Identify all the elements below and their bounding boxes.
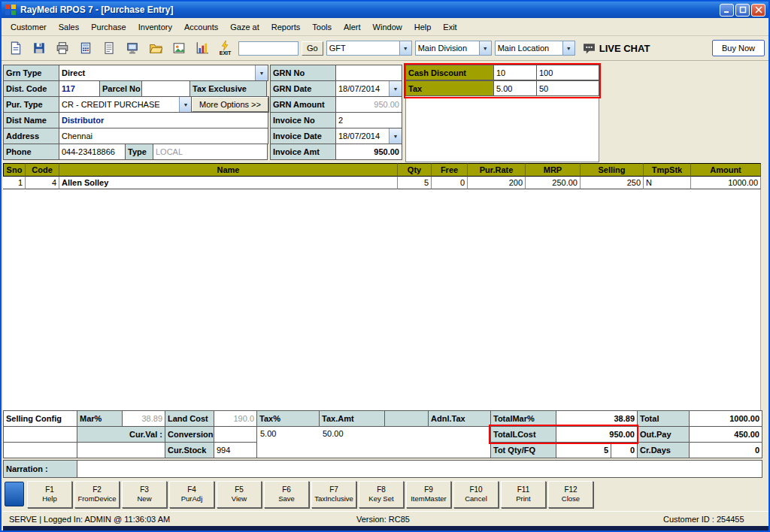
fn-view-button[interactable]: F5View [217,481,262,508]
chevron-down-icon[interactable]: ▼ [479,41,491,55]
chevron-down-icon[interactable]: ▼ [562,41,574,55]
cell-amount: 1000.00 [691,177,761,189]
cell-qty: 5 [398,177,432,189]
col-header-selling: Selling [581,163,644,177]
col-header-purrate: Pur.Rate [468,163,526,177]
division-select[interactable]: Main Division ▼ [415,41,492,56]
calculator-icon[interactable] [75,38,95,59]
col-header-code: Code [26,163,59,177]
chart-icon[interactable] [192,38,212,59]
parcel-no-field[interactable] [141,80,190,97]
menu-tools[interactable]: Tools [306,20,338,34]
conversion-field[interactable] [214,426,257,443]
menu-window[interactable]: Window [367,20,408,34]
fn-key: F9 [424,485,433,494]
device-icon[interactable] [122,38,142,59]
location-select[interactable]: Main Location ▼ [495,41,575,56]
buy-now-button[interactable]: Buy Now [712,40,765,56]
tax-amt-field[interactable]: 50 [536,80,599,96]
pur-type-select[interactable]: CR - CREDIT PURCHASE ▼ [59,96,192,113]
address-field[interactable]: Chennai [59,128,268,144]
grn-no-field[interactable] [335,65,402,81]
fn-label: Close [562,494,580,503]
fn-label: View [232,494,247,503]
discount-panel-body [405,97,599,162]
folder-icon[interactable] [145,38,165,59]
invoice-no-field[interactable]: 2 [335,112,402,128]
tax-pct-field[interactable]: 5.00 [493,80,537,96]
fn-print-button[interactable]: F11Print [501,481,546,508]
fn-cancel-button[interactable]: F10Cancel [453,481,499,508]
land-cost-value: 190.0 [214,410,257,427]
phone-field[interactable]: 044-23418866 [59,144,126,160]
maximize-button[interactable] [735,4,750,17]
menu-sales[interactable]: Sales [53,20,86,34]
cash-discount-amt-field[interactable]: 100 [536,65,599,80]
fn-itemmaster-button[interactable]: F9ItemMaster [406,481,451,508]
menu-gaze-at[interactable]: Gaze at [224,20,265,34]
fn-save-button[interactable]: F6Save [264,481,309,508]
col-header-tmpstk: TmpStk [644,163,691,177]
photo-icon[interactable] [168,38,189,59]
exit-icon[interactable]: EXIT [215,38,235,59]
fn-puradj-button[interactable]: F4PurAdj [169,481,214,508]
close-button[interactable] [751,4,765,17]
menu-reports[interactable]: Reports [265,20,307,34]
new-document-icon[interactable] [5,38,26,59]
invoice-date-select[interactable]: 18/07/2014 ▼ [335,128,402,144]
type-field[interactable]: LOCAL [153,144,268,160]
menu-inventory[interactable]: Inventory [132,20,178,34]
report-icon[interactable] [99,38,119,59]
fn-bar-app-icon[interactable] [5,482,24,506]
tax-amt-detail: 50.00 [323,429,344,438]
fn-new-button[interactable]: F3New [122,481,167,508]
tax-label: Tax [405,80,494,96]
invoice-amt-field[interactable]: 950.00 [335,144,402,160]
table-row[interactable]: 1 4 Allen Solley 5 0 200 250.00 250 N 10… [3,177,761,189]
dist-name-field[interactable]: Distributor [59,112,268,128]
fn-help-button[interactable]: F1Help [27,481,72,508]
menu-alert[interactable]: Alert [338,20,367,34]
phone-label: Phone [3,144,59,160]
fn-fromdevice-button[interactable]: F2FromDevice [74,481,120,508]
search-input[interactable] [238,41,299,56]
total-lcost-value: 950.00 [556,426,638,443]
status-version: Version: RC85 [356,515,410,524]
items-grid-header: Sno Code Name Qty Free Pur.Rate MRP Sell… [3,163,761,177]
total-mar-label: TotalMar% [490,410,556,427]
more-options-button[interactable]: More Options >> [192,97,268,112]
narration-field[interactable] [77,460,762,478]
menu-help[interactable]: Help [408,20,438,34]
print-icon[interactable] [52,38,72,59]
fn-key: F10 [469,485,482,494]
invoice-no-label: Invoice No [270,112,336,128]
live-chat-button[interactable]: LIVE CHAT [583,43,650,54]
parcel-no-label: Parcel No [99,80,142,97]
cell-tmpstk: N [644,177,691,189]
save-icon[interactable] [29,38,49,59]
mar-pct-label: Mar% [77,410,123,427]
company-select[interactable]: GFT ▼ [326,41,412,56]
function-key-bar: F1Help F2FromDevice F3New F4PurAdj F5Vie… [27,481,593,508]
chevron-down-icon[interactable]: ▼ [389,81,402,96]
cash-discount-pct-field[interactable]: 10 [493,65,537,80]
menu-accounts[interactable]: Accounts [178,20,224,34]
menu-customer[interactable]: Customer [5,20,53,34]
blank-cell [3,442,77,458]
minimize-button[interactable] [720,4,734,17]
chevron-down-icon[interactable]: ▼ [179,97,192,112]
menu-exit[interactable]: Exit [437,20,462,34]
chevron-down-icon[interactable]: ▼ [399,41,411,55]
fn-keyset-button[interactable]: F8Key Set [359,481,404,508]
tax-exclusive-label: Tax Exclusive [189,80,267,97]
dist-code-field[interactable]: 117 [59,80,100,97]
grn-date-select[interactable]: 18/07/2014 ▼ [335,80,402,97]
go-button[interactable]: Go [302,41,323,56]
selling-config-label: Selling Config [3,410,77,427]
chevron-down-icon[interactable]: ▼ [389,128,402,144]
menu-purchase[interactable]: Purchase [85,20,132,34]
fn-taxinclusive-button[interactable]: F7TaxInclusive [311,481,356,508]
fn-close-button[interactable]: F12Close [548,481,593,508]
chevron-down-icon[interactable]: ▼ [255,65,268,80]
grn-type-select[interactable]: Direct ▼ [59,65,268,81]
